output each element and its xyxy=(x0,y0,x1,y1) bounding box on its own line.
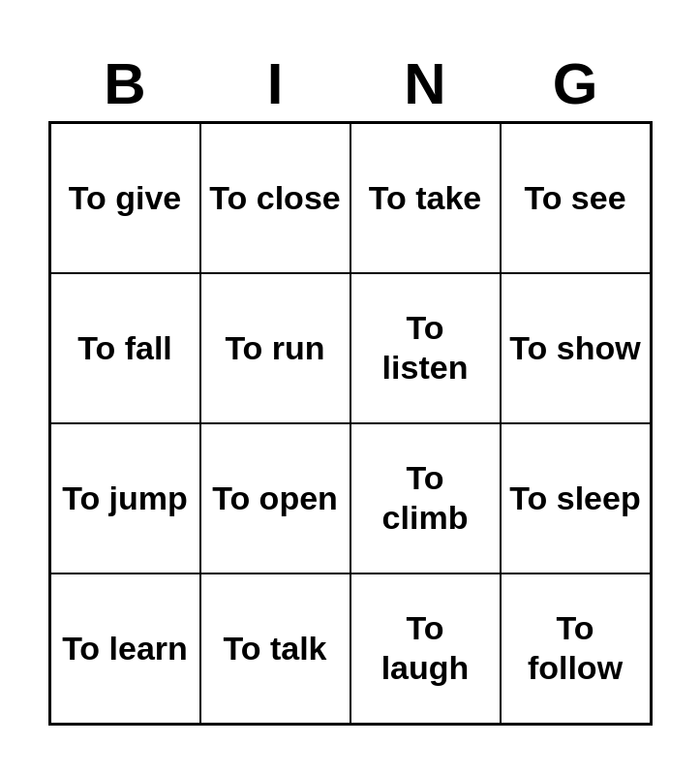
cell-15[interactable]: To follow xyxy=(501,574,651,724)
cell-8[interactable]: To jump xyxy=(50,423,200,574)
bingo-grid: To give To close To take To see To fall … xyxy=(48,121,653,726)
cell-11[interactable]: To sleep xyxy=(501,423,651,574)
header-g: G xyxy=(501,50,651,117)
header-n: N xyxy=(350,50,501,117)
cell-9[interactable]: To open xyxy=(200,423,350,574)
cell-14[interactable]: To laugh xyxy=(350,574,501,724)
cell-10[interactable]: To climb xyxy=(350,423,501,574)
cell-3[interactable]: To see xyxy=(501,123,651,273)
cell-7[interactable]: To show xyxy=(501,273,651,423)
cell-4[interactable]: To fall xyxy=(50,273,200,423)
cell-2[interactable]: To take xyxy=(350,123,501,273)
cell-1[interactable]: To close xyxy=(200,123,350,273)
header-b: B xyxy=(50,50,200,117)
cell-6[interactable]: To listen xyxy=(350,273,501,423)
bingo-header: B I N G xyxy=(50,50,651,117)
cell-13[interactable]: To talk xyxy=(200,574,350,724)
header-i: I xyxy=(200,50,350,117)
cell-12[interactable]: To learn xyxy=(50,574,200,724)
cell-0[interactable]: To give xyxy=(50,123,200,273)
bingo-container: B I N G To give To close To take To see … xyxy=(39,41,662,735)
cell-5[interactable]: To run xyxy=(200,273,350,423)
